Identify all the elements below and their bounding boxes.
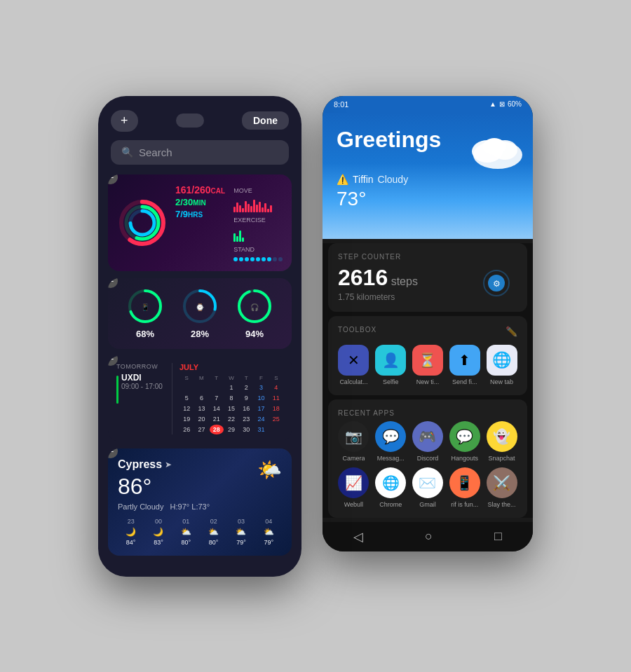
- send-icon: ⬆: [449, 345, 480, 376]
- calendar-grid: S M T W T F S 1 2 3: [179, 374, 283, 434]
- selfie-icon: 👤: [375, 345, 406, 376]
- toolbox-calculator[interactable]: ✕ Calculat...: [338, 345, 369, 385]
- android-greeting-section: Greetings ⚠️ Tiffin Cloudy 73°: [323, 113, 533, 239]
- toolbox-apps: ✕ Calculat... 👤 Selfie ⏳ New ti... ⬆ Sen…: [338, 345, 517, 385]
- step-counter-card: STEP COUNTER 2616 steps 1.75 kilometers: [328, 243, 527, 312]
- weather-widget: − Cypress ➤ 86° Partly Cloudy H:97°: [108, 448, 292, 556]
- steps-distance: 1.75 kilometers: [338, 292, 418, 302]
- hour-item: 02 ⛅ 80°: [201, 518, 226, 546]
- app-messages[interactable]: 💬 Messag...: [375, 421, 407, 462]
- app-gmail[interactable]: ✉️ Gmail: [412, 467, 444, 508]
- ios-search-bar[interactable]: 🔍 Search: [111, 140, 289, 165]
- battery-icon: 60%: [508, 100, 522, 108]
- chrome-icon: 🌐: [375, 467, 406, 498]
- calendar-widget: − TOMORROW UXDI 09:00 - 17:00 JULY: [108, 356, 292, 441]
- battery-widget: − 📱 68% ⌚: [108, 278, 292, 349]
- event-label: TOMORROW: [116, 363, 166, 370]
- calendar-month: JULY: [179, 363, 283, 371]
- toolbox-selfie[interactable]: 👤 Selfie: [375, 345, 406, 385]
- toolbox-newtab[interactable]: 🌐 New tab: [487, 345, 517, 385]
- gmail-label: Gmail: [419, 501, 436, 508]
- toolbox-send[interactable]: ⬆ Send fi...: [449, 345, 480, 385]
- today-date: 28: [210, 425, 224, 434]
- search-icon: 🔍: [121, 146, 133, 158]
- camera-label: Camera: [342, 455, 365, 462]
- weather-top: Cypress ➤ 86° Partly Cloudy H:97° L:73° …: [118, 458, 282, 511]
- webull-label: Webull: [344, 501, 363, 508]
- hour-item: 01 ⛅ 80°: [173, 518, 199, 546]
- weather-location: Tiffin: [353, 174, 374, 185]
- event-name: UXDI: [121, 373, 163, 383]
- hour-item: 00 🌙 83°: [145, 518, 171, 546]
- newtab-icon: 🌐: [487, 345, 517, 376]
- app-discord[interactable]: 🎮 Discord: [412, 421, 444, 462]
- slay-icon: ⚔️: [487, 467, 517, 498]
- recent-apps-label: RECENT APPS: [338, 409, 517, 417]
- move-chart-label: MOVE: [233, 187, 283, 194]
- ios-add-button[interactable]: +: [111, 110, 138, 132]
- app-hangouts[interactable]: 💬 Hangouts: [449, 421, 480, 462]
- timer-icon: ⏳: [412, 345, 443, 376]
- selfie-label: Selfie: [383, 378, 399, 385]
- android-weather-temp: 73°: [337, 188, 519, 210]
- weather-temperature: 86°: [118, 474, 210, 500]
- exercise-value: 2/30MIN: [175, 197, 225, 207]
- status-time: 8:01: [334, 100, 348, 109]
- svg-text:📱: 📱: [141, 303, 150, 312]
- watch-battery-pct: 28%: [191, 329, 209, 339]
- svg-text:🎧: 🎧: [250, 303, 259, 312]
- phones-container: + Done 🔍 Search −: [84, 68, 547, 605]
- discord-icon: 🎮: [412, 421, 443, 452]
- location-icon: ⚠️: [337, 174, 348, 185]
- svg-text:⚙: ⚙: [493, 279, 501, 289]
- airpods-battery-pct: 94%: [245, 329, 264, 339]
- back-button[interactable]: ◁: [353, 529, 363, 544]
- recents-button[interactable]: □: [494, 529, 502, 544]
- slay-label: Slay the...: [488, 501, 516, 508]
- location-arrow-icon: ➤: [165, 460, 172, 469]
- discord-label: Discord: [417, 455, 439, 462]
- stand-value: 7/9HRS: [175, 209, 225, 219]
- hangouts-icon: 💬: [449, 421, 480, 452]
- toolbox-card: TOOLBOX ✏️ ✕ Calculat... 👤 Selfie ⏳ New …: [328, 316, 527, 395]
- status-icons: ▲ ⊠ 60%: [489, 100, 522, 108]
- stand-chart-label: STAND: [233, 246, 283, 253]
- recent-apps-card: RECENT APPS 📷 Camera 💬 Messag... 🎮 Disco…: [328, 399, 527, 518]
- event-section: TOMORROW UXDI 09:00 - 17:00: [116, 363, 172, 434]
- app-slay[interactable]: ⚔️ Slay the...: [486, 467, 517, 508]
- recent-apps-row1: 📷 Camera 💬 Messag... 🎮 Discord 💬 Hangout…: [338, 421, 517, 508]
- exercise-chart-label: EXERCISE: [233, 217, 283, 224]
- stand-dots: [233, 257, 283, 261]
- app-snapchat[interactable]: 👻 Snapchat: [486, 421, 517, 462]
- activity-widget: −: [108, 174, 292, 271]
- app-camera[interactable]: 📷 Camera: [338, 421, 369, 462]
- wifi-icon: ▲: [489, 100, 496, 108]
- watch-battery: ⌚ 28%: [182, 288, 218, 339]
- exercise-bar-chart: [233, 228, 283, 242]
- toolbox-edit-icon[interactable]: ✏️: [506, 326, 517, 337]
- weather-hourly: 23 🌙 84° 00 🌙 83° 01 ⛅ 80°: [118, 518, 282, 546]
- gmail-icon: ✉️: [412, 467, 443, 498]
- weather-city: Cypress: [118, 458, 162, 471]
- home-button[interactable]: ○: [425, 529, 433, 544]
- ios-done-button[interactable]: Done: [242, 111, 289, 130]
- signal-icon: ⊠: [499, 100, 505, 108]
- toolbox-header: TOOLBOX ✏️: [338, 326, 517, 338]
- weather-description: Partly Cloudy H:97° L:73°: [118, 502, 210, 511]
- cloud-decoration: [456, 127, 526, 169]
- move-value: 161/260CAL: [175, 184, 225, 196]
- event-time: 09:00 - 17:00: [121, 383, 163, 390]
- weather-cloud-icon: 🌤️: [257, 458, 282, 481]
- mini-calendar: JULY S M T W T F S 1 2: [179, 363, 283, 434]
- android-content: STEP COUNTER 2616 steps 1.75 kilometers: [323, 243, 533, 518]
- chrome-label: Chrome: [379, 501, 402, 508]
- toolbox-timer[interactable]: ⏳ New ti...: [412, 345, 443, 385]
- rif-icon: 📱: [449, 467, 480, 498]
- app-webull[interactable]: 📈 Webull: [338, 467, 369, 508]
- activity-numbers: 161/260CAL 2/30MIN 7/9HRS: [175, 184, 225, 261]
- app-chrome[interactable]: 🌐 Chrome: [375, 467, 407, 508]
- camera-icon: 📷: [338, 421, 369, 452]
- newtab-label: New tab: [490, 378, 513, 385]
- hour-item: 03 ⛅ 79°: [228, 518, 254, 546]
- app-rif[interactable]: 📱 rif is fun...: [449, 467, 480, 508]
